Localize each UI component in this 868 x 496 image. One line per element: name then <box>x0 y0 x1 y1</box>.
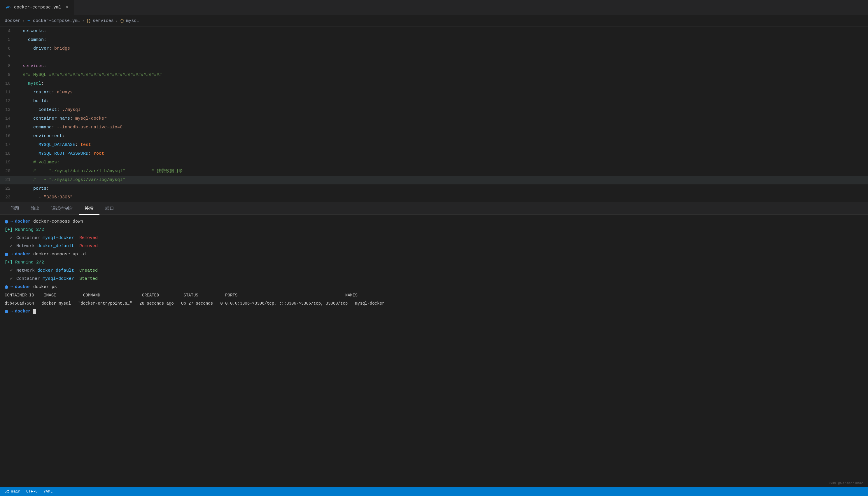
terminal-prompt-dot <box>5 285 8 289</box>
svg-rect-9 <box>29 20 30 21</box>
terminal-table-row: d5b450ad7564 docker_mysql "docker-entryp… <box>5 299 384 308</box>
terminal-command-text: docker ps <box>31 283 57 291</box>
breadcrumb-services[interactable]: services <box>93 18 114 24</box>
line-number: 7 <box>0 53 17 62</box>
terminal-docker-label: docker <box>15 218 31 226</box>
terminal-docker-label: docker <box>15 250 31 259</box>
line-content: MYSQL_ROOT_PASSWORD: root <box>17 150 104 158</box>
terminal-prompt-dot <box>5 310 8 313</box>
breadcrumb-file[interactable]: docker-compose.yml <box>33 18 80 24</box>
line-content: MYSQL_DATABASE: test <box>17 141 91 150</box>
code-line: 4 networks: <box>0 27 868 35</box>
line-content: ### MySQL ##############################… <box>17 71 162 79</box>
code-line: 11 restart: always <box>0 88 868 97</box>
line-content: services: <box>17 62 46 71</box>
tab-filename: docker-compose.yml <box>14 5 61 10</box>
line-number: 14 <box>0 114 17 123</box>
breadcrumb-docker[interactable]: docker <box>5 18 20 24</box>
terminal-item-name: docker_default <box>37 242 79 250</box>
terminal-line: d5b450ad7564 docker_mysql "docker-entryp… <box>5 299 863 308</box>
svg-rect-1 <box>7 7 8 7</box>
terminal-line: ✔ Container mysql-docker Removed <box>5 234 863 242</box>
breadcrumb-brace-icon-1: {} <box>86 19 91 23</box>
line-content: common: <box>17 35 46 44</box>
code-line: 17 MYSQL_DATABASE: test <box>0 141 868 150</box>
line-content: environment: <box>17 132 65 141</box>
line-number: 22 <box>0 184 17 193</box>
code-line: 12 build: <box>0 97 868 106</box>
line-content: # - "./mysql/logs:/var/log/mysql" <box>17 176 125 184</box>
svg-rect-11 <box>29 20 30 20</box>
line-content: networks: <box>17 27 46 35</box>
line-content: # volumes: <box>17 158 60 167</box>
tab-bar: docker-compose.yml × <box>0 0 868 15</box>
line-content: command: --innodb-use-native-aio=0 <box>17 123 123 132</box>
code-line: 9 ### MySQL ############################… <box>0 71 868 79</box>
code-line: 22 ports: <box>0 184 868 193</box>
status-language: YAML <box>44 489 52 494</box>
tab-terminal[interactable]: 终端 <box>79 202 99 215</box>
terminal-item-label: Network <box>16 242 37 250</box>
svg-rect-3 <box>7 6 8 7</box>
code-line: 6 driver: bridge <box>0 44 868 53</box>
code-line: 15 command: --innodb-use-native-aio=0 <box>0 123 868 132</box>
line-number: 18 <box>0 150 17 158</box>
breadcrumb-mysql[interactable]: mysql <box>126 18 139 24</box>
tab-problems[interactable]: 问题 <box>5 202 25 215</box>
code-line: 19 # volumes: <box>0 158 868 167</box>
terminal-line: →docker docker-compose up -d <box>5 250 863 259</box>
status-encoding: UTF-8 <box>26 489 37 494</box>
terminal-item-status: Created <box>79 267 98 275</box>
line-number: 17 <box>0 141 17 150</box>
terminal-command-text: docker-compose down <box>31 218 83 226</box>
terminal-item-dashes: ✔ <box>5 234 15 242</box>
terminal-item-status: Removed <box>79 234 98 242</box>
code-line: 16 environment: <box>0 132 868 141</box>
terminal-line: ✔ Container mysql-docker Started <box>5 275 863 283</box>
docker-icon <box>6 5 11 10</box>
code-editor: 4 networks:5 common:6 driver: bridge78 s… <box>0 27 868 202</box>
tab-ports[interactable]: 端口 <box>99 202 120 215</box>
code-line: 7 <box>0 53 868 62</box>
svg-rect-10 <box>28 20 29 20</box>
terminal-item-status: Started <box>79 275 98 283</box>
svg-rect-8 <box>28 20 29 21</box>
line-content: - "3306:3306" <box>17 193 73 202</box>
terminal-line: →docker docker-compose down <box>5 218 863 226</box>
terminal-output-text: Running 2/2 <box>13 259 44 267</box>
tab-debug-console[interactable]: 调试控制台 <box>46 202 79 215</box>
code-line: 14 container_name: mysql-docker <box>0 114 868 123</box>
breadcrumb-docker-icon <box>27 19 31 24</box>
terminal-item-dashes: ✔ <box>5 242 15 250</box>
terminal-table-header: CONTAINER ID IMAGE COMMAND CREATED STATU… <box>5 291 358 299</box>
svg-point-6 <box>6 9 7 9</box>
line-number: 15 <box>0 123 17 132</box>
svg-rect-4 <box>9 6 9 7</box>
terminal-output-bracket: [+] <box>5 226 13 234</box>
terminal-line: →docker <box>5 308 863 316</box>
line-content: mysql: <box>17 79 44 88</box>
tab-close-button[interactable]: × <box>66 5 68 10</box>
watermark: CSDN @wanmeijuhao <box>828 481 863 485</box>
line-content: restart: always <box>17 88 73 97</box>
terminal-output-bracket: [+] <box>5 259 13 267</box>
line-content: ports: <box>17 184 49 193</box>
line-number: 4 <box>0 27 17 35</box>
terminal-item-name: mysql-docker <box>43 275 79 283</box>
tab-output[interactable]: 输出 <box>25 202 46 215</box>
line-content: # - "./mysql/data:/var/lib/mysql" # 挂载数据… <box>17 167 183 176</box>
terminal-panel[interactable]: →docker docker-compose down[+] Running 2… <box>0 215 868 487</box>
code-line: 13 context: ./mysql <box>0 106 868 114</box>
line-number: 13 <box>0 106 17 114</box>
terminal-line: ✔ Network docker_default Removed <box>5 242 863 250</box>
terminal-prompt-dot <box>5 253 8 256</box>
code-line: 8 services: <box>0 62 868 71</box>
terminal-arrow: → <box>11 250 13 259</box>
line-number: 5 <box>0 35 17 44</box>
terminal-item-dashes: ✔ <box>5 267 15 275</box>
terminal-prompt-dot <box>5 220 8 223</box>
editor-tab[interactable]: docker-compose.yml × <box>0 0 74 15</box>
terminal-item-name: docker_default <box>37 267 79 275</box>
code-line: 10 mysql: <box>0 79 868 88</box>
status-bar: ⎇ main UTF-8 YAML <box>0 487 868 496</box>
